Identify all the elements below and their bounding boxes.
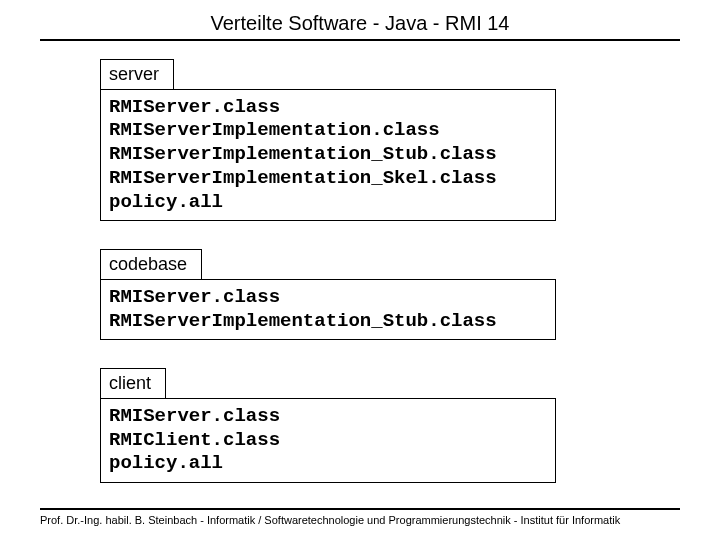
group-server: server RMIServer.class RMIServerImplemen…	[100, 59, 720, 221]
group-codebase: codebase RMIServer.class RMIServerImplem…	[100, 249, 720, 340]
group-label-codebase: codebase	[100, 249, 202, 280]
file-line: policy.all	[109, 452, 539, 476]
file-line: policy.all	[109, 191, 539, 215]
group-box-server: RMIServer.class RMIServerImplementation.…	[100, 89, 556, 222]
footer-text: Prof. Dr.-Ing. habil. B. Steinbach - Inf…	[0, 510, 720, 526]
footer: Prof. Dr.-Ing. habil. B. Steinbach - Inf…	[0, 508, 720, 526]
group-label-server: server	[100, 59, 174, 90]
content-area: server RMIServer.class RMIServerImplemen…	[0, 41, 720, 483]
file-line: RMIServer.class	[109, 96, 539, 120]
group-client: client RMIServer.class RMIClient.class p…	[100, 368, 720, 483]
file-line: RMIServerImplementation_Stub.class	[109, 143, 539, 167]
slide-page: Verteilte Software - Java - RMI 14 serve…	[0, 0, 720, 540]
group-box-client: RMIServer.class RMIClient.class policy.a…	[100, 398, 556, 483]
file-line: RMIServerImplementation_Skel.class	[109, 167, 539, 191]
file-line: RMIServerImplementation_Stub.class	[109, 310, 539, 334]
file-line: RMIServerImplementation.class	[109, 119, 539, 143]
group-label-client: client	[100, 368, 166, 399]
group-box-codebase: RMIServer.class RMIServerImplementation_…	[100, 279, 556, 341]
file-line: RMIClient.class	[109, 429, 539, 453]
file-line: RMIServer.class	[109, 286, 539, 310]
file-line: RMIServer.class	[109, 405, 539, 429]
page-title: Verteilte Software - Java - RMI 14	[210, 12, 509, 34]
title-wrap: Verteilte Software - Java - RMI 14	[0, 0, 720, 35]
